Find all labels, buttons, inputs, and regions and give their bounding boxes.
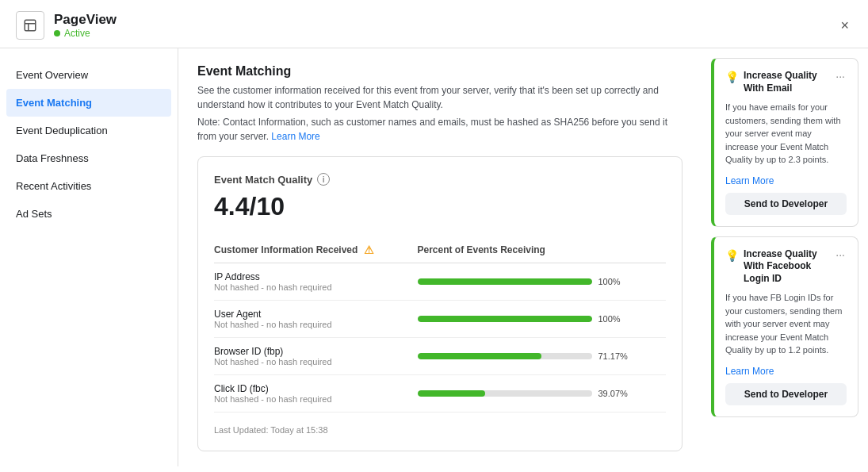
last-updated: Last Updated: Today at 15:38	[214, 425, 666, 435]
sidebar-item-ad-sets[interactable]: Ad Sets	[0, 200, 178, 228]
table-row: Click ID (fbc) Not hashed - no hash requ…	[214, 375, 666, 413]
close-button[interactable]: ×	[837, 14, 852, 37]
tip-title-1: Increase Quality With Facebook Login ID	[744, 248, 834, 286]
tip-title-wrap-0: 💡 Increase Quality With Email	[725, 70, 834, 94]
progress-pct-2: 71.17%	[598, 351, 628, 361]
status-dot	[54, 30, 60, 36]
quality-label: Event Match Quality i	[214, 173, 666, 186]
tip-title-wrap-1: 💡 Increase Quality With Facebook Login I…	[725, 248, 834, 286]
sidebar-item-recent-activities[interactable]: Recent Activities	[0, 172, 178, 200]
warning-icon: ⚠	[364, 244, 374, 256]
tip-header-0: 💡 Increase Quality With Email ···	[725, 70, 847, 94]
sidebar-item-event-deduplication[interactable]: Event Deduplication	[0, 117, 178, 144]
send-to-developer-button-1[interactable]: Send to Developer	[725, 383, 847, 405]
tip-learn-more-0[interactable]: Learn More	[725, 175, 774, 186]
cell-customer-3: Click ID (fbc) Not hashed - no hash requ…	[214, 375, 418, 413]
header: PageView Active ×	[0, 0, 868, 48]
learn-more-link[interactable]: Learn More	[271, 131, 319, 142]
status-label: Active	[64, 28, 90, 39]
send-to-developer-button-0[interactable]: Send to Developer	[725, 193, 847, 215]
section-title: Event Matching	[197, 64, 683, 79]
progress-bar-bg-2	[418, 353, 592, 359]
cell-percent-1: 100%	[418, 301, 667, 338]
progress-bar-fill-3	[418, 390, 486, 397]
cell-percent-3: 39.07%	[418, 375, 667, 413]
progress-bar-fill-1	[418, 316, 592, 322]
progress-bar-bg-3	[418, 390, 592, 397]
main-content: Event Matching See the customer informat…	[178, 48, 702, 466]
progress-pct-1: 100%	[598, 314, 621, 324]
section-desc-1: See the customer information received fo…	[197, 83, 683, 112]
right-panel: 💡 Increase Quality With Email ··· If you…	[702, 48, 868, 466]
section-desc-2: Note: Contact Information, such as custo…	[197, 115, 683, 144]
tip-title-0: Increase Quality With Email	[744, 70, 834, 94]
header-left: PageView Active	[16, 11, 117, 40]
quality-score: 4.4/10	[214, 192, 666, 221]
quality-card: Event Match Quality i 4.4/10 Customer In…	[197, 156, 683, 451]
progress-bar-bg-1	[418, 316, 592, 322]
tip-desc-0: If you have emails for your customers, s…	[725, 101, 847, 167]
tip-menu-button-1[interactable]: ···	[834, 248, 847, 261]
events-table: Customer Information Received ⚠ Percent …	[214, 237, 666, 413]
progress-bar-fill-0	[418, 278, 592, 285]
progress-pct-3: 39.07%	[598, 389, 628, 398]
progress-bar-bg-0	[418, 278, 592, 285]
status-badge: Active	[54, 28, 117, 39]
info-icon[interactable]: i	[317, 173, 330, 186]
cell-percent-2: 71.17%	[418, 338, 667, 375]
sidebar-item-event-matching[interactable]: Event Matching	[6, 89, 171, 117]
sidebar: Event Overview Event Matching Event Dedu…	[0, 48, 178, 466]
tip-menu-button-0[interactable]: ···	[834, 70, 847, 83]
tip-card-0: 💡 Increase Quality With Email ··· If you…	[711, 58, 858, 227]
bulb-icon-1: 💡	[725, 249, 739, 262]
quality-label-text: Event Match Quality	[214, 174, 312, 186]
tip-header-1: 💡 Increase Quality With Facebook Login I…	[725, 248, 847, 286]
table-row: User Agent Not hashed - no hash required…	[214, 301, 666, 338]
progress-pct-0: 100%	[598, 277, 621, 286]
cell-customer-2: Browser ID (fbp) Not hashed - no hash re…	[214, 338, 418, 375]
col-header-percent: Percent of Events Receiving	[418, 237, 667, 263]
page-title: PageView	[54, 12, 117, 28]
progress-bar-fill-2	[418, 353, 542, 359]
cell-percent-0: 100%	[418, 263, 667, 301]
sidebar-item-data-freshness[interactable]: Data Freshness	[0, 144, 178, 172]
tip-learn-more-1[interactable]: Learn More	[725, 366, 774, 377]
sidebar-item-event-overview[interactable]: Event Overview	[0, 61, 178, 89]
svg-rect-0	[25, 20, 36, 31]
col-header-customer: Customer Information Received ⚠	[214, 237, 418, 263]
tip-desc-1: If you have FB Login IDs for your custom…	[725, 291, 847, 357]
body-layout: Event Overview Event Matching Event Dedu…	[0, 48, 868, 466]
cell-customer-1: User Agent Not hashed - no hash required	[214, 301, 418, 338]
table-row: Browser ID (fbp) Not hashed - no hash re…	[214, 338, 666, 375]
tip-card-1: 💡 Increase Quality With Facebook Login I…	[711, 236, 858, 417]
page-icon	[16, 11, 44, 40]
table-row: IP Address Not hashed - no hash required…	[214, 263, 666, 301]
bulb-icon-0: 💡	[725, 71, 739, 83]
header-info: PageView Active	[54, 12, 117, 39]
cell-customer-0: IP Address Not hashed - no hash required	[214, 263, 418, 301]
